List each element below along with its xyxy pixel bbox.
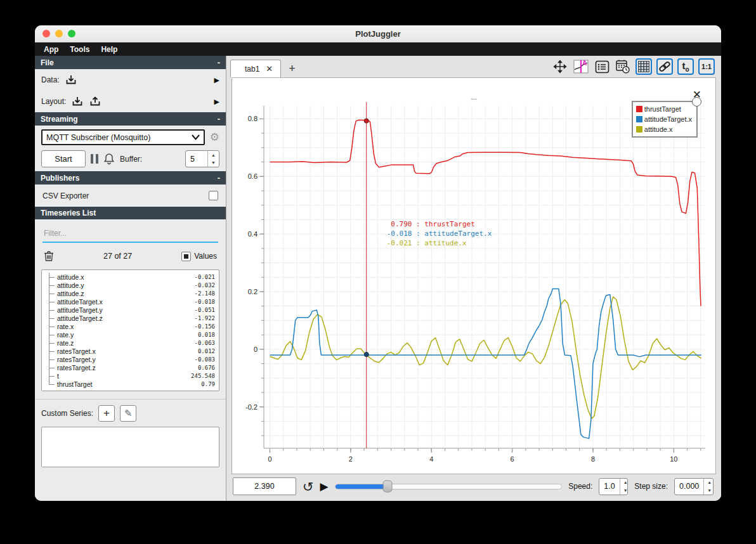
add-tab-button[interactable]: + <box>281 60 303 77</box>
close-window-button[interactable] <box>42 30 50 37</box>
timeseries-item[interactable]: attitude.z-2.148 <box>43 289 215 297</box>
svg-text:A: A <box>582 60 587 67</box>
start-button[interactable]: Start <box>41 150 86 167</box>
legend-color-swatch <box>636 126 642 133</box>
tree-branch-icon <box>43 273 57 281</box>
legend-entry[interactable]: attitude.x <box>636 124 692 134</box>
plot-legend[interactable]: thrustTargetattitudeTarget.xattitude.x <box>632 101 698 138</box>
timeseries-value: -0.021 <box>194 274 215 280</box>
menu-help[interactable]: Help <box>96 44 122 55</box>
spin-down-icon[interactable]: ▼ <box>704 486 714 495</box>
filter-input[interactable] <box>44 229 217 238</box>
timeseries-item[interactable]: attitudeTarget.y-0.051 <box>43 306 215 314</box>
titlebar: PlotJuggler <box>35 25 721 42</box>
pause-icon[interactable] <box>91 154 98 164</box>
tab-tab1[interactable]: tab1 ✕ <box>230 60 281 77</box>
values-checkbox[interactable] <box>181 252 191 261</box>
timeseries-item[interactable]: attitude.x-0.021 <box>43 273 215 281</box>
collapse-icon[interactable]: - <box>218 114 220 124</box>
svg-text:0: 0 <box>268 455 271 463</box>
zoom-fit-axes-icon[interactable]: A <box>573 58 589 75</box>
tree-branch-icon <box>43 314 57 322</box>
tree-branch-icon <box>43 363 57 372</box>
timeseries-item[interactable]: ratesTarget.x0.012 <box>43 347 215 355</box>
current-time-field[interactable]: 2.390 <box>233 477 296 495</box>
timeseries-item[interactable]: ratesTarget.z0.676 <box>43 363 215 372</box>
timeseries-item[interactable]: thrustTarget0.79 <box>43 380 215 388</box>
csv-exporter-checkbox[interactable] <box>209 191 218 200</box>
trash-icon[interactable] <box>44 250 54 262</box>
ratio-1to1-icon[interactable]: 1:1 <box>698 58 715 75</box>
timeseries-list[interactable]: attitude.x-0.021attitude.y-0.032attitude… <box>41 269 219 391</box>
section-timeseries-header[interactable]: Timeseries List <box>35 207 226 219</box>
speed-spinbox[interactable]: 1.0 ▲▼ <box>599 478 628 495</box>
svg-text:4: 4 <box>429 455 433 463</box>
legend-list-icon[interactable] <box>594 58 610 75</box>
tree-branch-icon <box>43 289 57 297</box>
spin-up-icon[interactable]: ▲ <box>208 151 219 159</box>
section-publishers-header[interactable]: Publishers - <box>35 171 226 185</box>
timeseries-value: -1.922 <box>194 315 215 321</box>
tab-close-icon[interactable]: ✕ <box>266 64 273 74</box>
timeseries-item[interactable]: attitudeTarget.z-1.922 <box>43 314 215 322</box>
tree-branch-icon <box>43 330 57 339</box>
streaming-source-select[interactable]: MQTT Subscriber (Mosquitto) <box>41 129 205 145</box>
tree-branch-icon <box>43 355 57 363</box>
collapse-icon[interactable]: - <box>218 173 220 183</box>
timeseries-item[interactable]: t245.548 <box>43 372 215 380</box>
legend-entry[interactable]: attitudeTarget.x <box>636 114 692 124</box>
pan-move-icon[interactable] <box>552 58 568 75</box>
timeseries-name: rate.y <box>57 331 198 339</box>
section-streaming-header[interactable]: Streaming - <box>35 112 226 126</box>
speed-value: 1.0 <box>599 479 619 495</box>
timeseries-item[interactable]: rate.y0.018 <box>43 330 215 339</box>
timeseries-value: -0.018 <box>194 299 215 305</box>
section-file-header[interactable]: File - <box>35 56 226 69</box>
layout-label: Layout: <box>41 97 66 106</box>
timeseries-item[interactable]: attitude.y-0.032 <box>43 281 215 289</box>
streaming-settings-gear-icon[interactable]: ⚙ <box>210 131 219 144</box>
timeseries-item[interactable]: attitudeTarget.x-0.018 <box>43 297 215 306</box>
grid-view-icon[interactable] <box>635 58 652 75</box>
data-expand-arrow-icon[interactable]: ▶ <box>214 76 219 84</box>
play-button[interactable]: ▶ <box>320 481 329 492</box>
save-layout-icon[interactable] <box>89 95 101 108</box>
menu-app[interactable]: App <box>39 44 63 55</box>
streaming-source-row: MQTT Subscriber (Mosquitto) ⚙ <box>35 126 226 149</box>
svg-text:-0.2: -0.2 <box>245 403 257 411</box>
timeseries-item[interactable]: rate.z-0.063 <box>43 339 215 347</box>
legend-entry[interactable]: thrustTarget <box>636 104 692 114</box>
edit-custom-series-button[interactable]: ✎ <box>120 405 136 422</box>
timeseries-item[interactable]: ratesTarget.y-0.083 <box>43 355 215 363</box>
buffer-spinbox[interactable]: 5 ▲▼ <box>185 150 219 167</box>
time-slider-handle[interactable] <box>382 481 392 493</box>
menu-tools[interactable]: Tools <box>65 44 94 55</box>
legend-drag-knob[interactable] <box>692 97 701 107</box>
custom-series-list[interactable] <box>41 427 219 467</box>
load-layout-icon[interactable] <box>71 95 84 108</box>
streaming-controls-row: Start Buffer: 5 ▲▼ <box>35 149 226 171</box>
maximize-window-button[interactable] <box>68 30 75 37</box>
plot-area[interactable]: ... ✕ 0246810-0.200.20.40.60.8 thrustTar… <box>231 77 716 474</box>
tree-branch-icon <box>43 339 57 347</box>
spin-up-icon[interactable]: ▲ <box>620 479 629 487</box>
step-size-spinbox[interactable]: 0.000 ▲▼ <box>674 478 714 495</box>
layout-row: Layout: ▶ <box>35 91 226 112</box>
collapse-icon[interactable]: - <box>218 58 220 67</box>
spin-up-icon[interactable]: ▲ <box>704 479 714 487</box>
timeseries-item[interactable]: rate.x-0.156 <box>43 322 215 330</box>
add-custom-series-button[interactable]: + <box>98 405 115 422</box>
spin-down-icon[interactable]: ▼ <box>620 486 629 495</box>
time-slider[interactable] <box>335 484 563 489</box>
notifications-bell-icon[interactable] <box>103 153 115 165</box>
datetime-icon[interactable] <box>615 58 631 75</box>
csv-exporter-row: CSV Exporter <box>35 185 226 207</box>
minimize-window-button[interactable] <box>55 30 63 37</box>
link-axes-icon[interactable] <box>656 58 673 75</box>
loop-icon[interactable]: ↻ <box>303 480 314 493</box>
layout-expand-arrow-icon[interactable]: ▶ <box>214 98 219 106</box>
load-data-icon[interactable] <box>65 74 77 86</box>
relative-time-icon[interactable]: to <box>677 58 694 75</box>
spin-down-icon[interactable]: ▼ <box>208 159 219 167</box>
step-size-label: Step size: <box>634 482 668 491</box>
